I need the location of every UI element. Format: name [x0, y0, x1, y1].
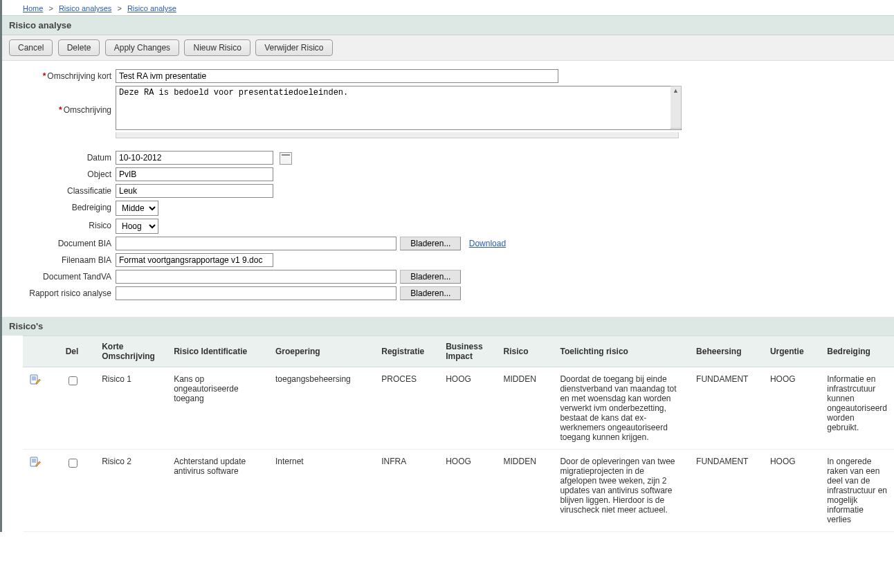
label-risico: Risico: [9, 219, 116, 230]
risicos-table: Del Korte Omschrijving Risico Identifica…: [23, 336, 894, 532]
cell-ident: Kans op ongeautoriseerde toegang: [167, 367, 268, 450]
cell-bi: HOOG: [439, 367, 496, 450]
breadcrumb: Home > Risico analyses > Risico analyse: [2, 0, 894, 15]
col-bi: Business Impact: [439, 336, 496, 367]
apply-changes-button[interactable]: Apply Changes: [105, 39, 179, 56]
rapport-input[interactable]: [116, 286, 396, 300]
col-reg: Registratie: [374, 336, 439, 367]
label-rapport: Rapport risico analyse: [9, 286, 116, 298]
cell-urgentie: HOOG: [763, 367, 820, 450]
risico-select[interactable]: Hoog: [116, 219, 158, 234]
cell-risico: MIDDEN: [496, 450, 553, 532]
browse-button-rapport[interactable]: Bladeren...: [400, 286, 461, 300]
col-beheersing: Beheersing: [689, 336, 763, 367]
cell-bedreiging: Informatie en infrastrcutuur kunnen onge…: [820, 367, 894, 450]
col-bedreiging: Bedreiging: [820, 336, 894, 367]
col-korte: Korte Omschrijving: [95, 336, 167, 367]
cancel-button[interactable]: Cancel: [9, 39, 53, 56]
col-risico: Risico: [496, 336, 553, 367]
required-marker: *: [59, 105, 62, 115]
cell-beheersing: FUNDAMENT: [689, 450, 763, 532]
label-object: Object: [9, 167, 116, 179]
col-urgentie: Urgentie: [763, 336, 820, 367]
toolbar: Cancel Delete Apply Changes Nieuw Risico…: [2, 35, 894, 61]
col-ident: Risico Identificatie: [167, 336, 268, 367]
cell-korte: Risico 1: [95, 367, 167, 450]
object-input[interactable]: [116, 167, 273, 181]
label-filenaam-bia: Filenaam BIA: [9, 253, 116, 265]
download-link[interactable]: Download: [469, 239, 506, 248]
cell-beheersing: FUNDAMENT: [689, 367, 763, 450]
browse-button-bia[interactable]: Bladeren...: [400, 237, 461, 250]
cell-urgentie: HOOG: [763, 450, 820, 532]
table-row: Risico 2Achterstand update antivirus sof…: [23, 450, 894, 532]
row-delete-checkbox[interactable]: [69, 376, 77, 385]
label-classificatie: Classificatie: [9, 184, 116, 196]
table-row: Risico 1Kans op ongeautoriseerde toegang…: [23, 367, 894, 450]
col-toelichting: Toelichting risico: [553, 336, 689, 367]
omschrijving-kort-input[interactable]: [116, 69, 558, 83]
cell-toelichting: Doordat de toegang bij einde dienstverba…: [553, 367, 689, 450]
breadcrumb-level1[interactable]: Risico analyses: [59, 4, 111, 12]
col-del: Del: [59, 336, 95, 367]
scrollbar[interactable]: [670, 86, 682, 129]
new-risico-button[interactable]: Nieuw Risico: [184, 39, 250, 56]
resize-handle[interactable]: [116, 132, 679, 138]
label-document-tandva: Document TandVA: [9, 270, 116, 282]
label-omschrijving-kort: Omschrijving kort: [47, 71, 111, 81]
bedreiging-select[interactable]: Midden: [116, 201, 158, 216]
document-tandva-input[interactable]: [116, 270, 396, 284]
breadcrumb-home[interactable]: Home: [23, 4, 43, 12]
browse-button-tandva[interactable]: Bladeren...: [400, 270, 461, 284]
breadcrumb-sep: >: [48, 4, 53, 12]
label-omschrijving: Omschrijving: [64, 105, 111, 115]
cell-korte: Risico 2: [95, 450, 167, 532]
cell-ident: Achterstand update antivirus software: [167, 450, 268, 532]
cell-bedreiging: In ongerede raken van een deel van de in…: [820, 450, 894, 532]
form-area: *Omschrijving kort *Omschrijving Deze RA…: [2, 61, 894, 313]
risicos-section-title: Risico's: [2, 317, 894, 336]
cell-toelichting: Door de opleveringen van twee migratiepr…: [553, 450, 689, 532]
label-document-bia: Document BIA: [9, 237, 116, 248]
cell-bi: HOOG: [439, 450, 496, 532]
filenaam-bia-input[interactable]: [116, 253, 273, 267]
edit-icon[interactable]: [30, 374, 41, 387]
cell-groep: Internet: [268, 450, 374, 532]
breadcrumb-level2[interactable]: Risico analyse: [127, 4, 176, 12]
delete-button[interactable]: Delete: [58, 39, 100, 56]
document-bia-input[interactable]: [116, 237, 396, 250]
cell-reg: PROCES: [374, 367, 439, 450]
verwijder-risico-button[interactable]: Verwijder Risico: [255, 39, 332, 56]
label-datum: Datum: [9, 151, 116, 163]
classificatie-input[interactable]: [116, 184, 273, 198]
datum-input[interactable]: [116, 151, 273, 165]
row-delete-checkbox[interactable]: [69, 459, 77, 468]
col-groep: Groepering: [268, 336, 374, 367]
page-title: Risico analyse: [2, 15, 894, 35]
cell-groep: toegangsbeheersing: [268, 367, 374, 450]
cell-risico: MIDDEN: [496, 367, 553, 450]
omschrijving-textarea[interactable]: Deze RA is bedoeld voor presentatiedoele…: [116, 86, 682, 130]
cell-reg: INFRA: [374, 450, 439, 532]
edit-icon[interactable]: [30, 457, 41, 469]
label-bedreiging: Bedreiging: [9, 201, 116, 212]
breadcrumb-sep: >: [117, 4, 121, 12]
required-marker: *: [43, 71, 46, 81]
calendar-icon[interactable]: [280, 152, 292, 165]
